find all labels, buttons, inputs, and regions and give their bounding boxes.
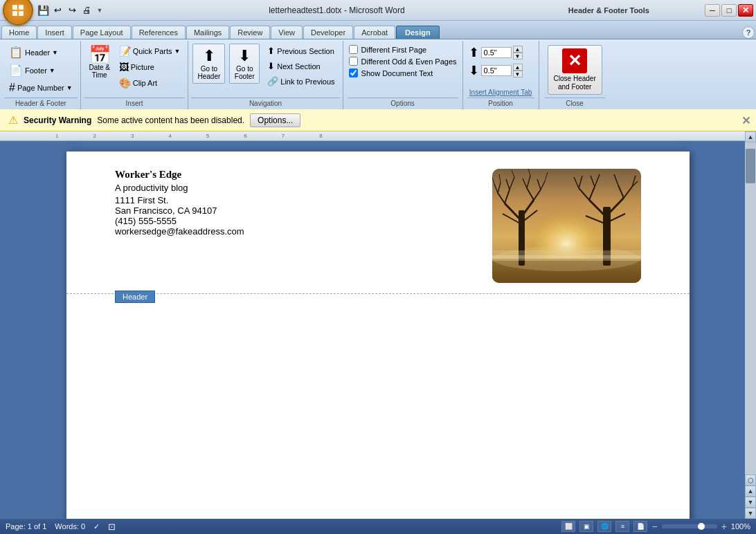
previous-section-button[interactable]: ⬆Previous Section <box>264 44 338 58</box>
options-group-label: Options <box>348 98 458 108</box>
scroll-prev-page-btn[interactable]: ▲ <box>745 486 756 497</box>
options-group: Different First Page Different Odd & Eve… <box>343 41 463 109</box>
select-objects-btn[interactable]: ⬡ <box>745 475 756 486</box>
security-bar-close-btn[interactable]: ✕ <box>741 113 750 127</box>
print-quick-btn[interactable]: 🖨 <box>80 3 93 17</box>
company-email: workersedge@fakeaddress.com <box>115 226 244 237</box>
scroll-thumb[interactable] <box>746 149 755 183</box>
tab-design[interactable]: Design <box>396 26 440 39</box>
zoom-in-btn[interactable]: + <box>721 521 727 532</box>
header-footer-group: 📋 Header ▼ 📄 Footer ▼ # Page Number ▼ <box>1 41 81 109</box>
horizontal-ruler: 12345678 <box>0 131 745 141</box>
help-btn[interactable]: ? <box>742 26 755 39</box>
header-footer-group-label: Header & Footer <box>4 98 78 108</box>
page-number-button[interactable]: # Page Number ▼ <box>6 80 76 96</box>
position-group: ⬆ ▲ ▼ ⬇ <box>463 41 539 109</box>
vertical-scrollbar[interactable]: ▲ ⬡ ▲ ▼ ▼ <box>745 131 756 519</box>
security-warning-title: Security Warning <box>24 116 91 125</box>
header-pos-down[interactable]: ▼ <box>513 53 523 59</box>
proofing-icon[interactable]: ✓ <box>93 522 100 531</box>
footer-pos-down[interactable]: ▼ <box>513 71 523 77</box>
scroll-next-page-btn[interactable]: ▼ <box>745 497 756 508</box>
scroll-up-btn[interactable]: ▲ <box>745 131 756 142</box>
tab-mailings[interactable]: Mailings <box>186 26 229 39</box>
view-print-btn[interactable]: ⬜ <box>561 521 575 532</box>
close-header-footer-button[interactable]: ✕ Close Headerand Footer <box>548 45 602 95</box>
footer-position-input[interactable] <box>481 65 512 76</box>
close-group-label: Close <box>545 98 605 108</box>
clip-art-button[interactable]: 🎨Clip Art <box>116 75 184 91</box>
tab-review[interactable]: Review <box>230 26 270 39</box>
tab-home[interactable]: Home <box>1 26 37 39</box>
footer-button[interactable]: 📄 Footer ▼ <box>6 62 76 79</box>
document-page: Worker's Edge A productivity blog 1111 F… <box>66 151 690 519</box>
close-btn[interactable]: ✕ <box>738 4 753 17</box>
view-outline-btn[interactable]: ≡ <box>615 521 629 532</box>
zoom-out-btn[interactable]: − <box>651 521 657 532</box>
zoom-level[interactable]: 100% <box>731 522 750 531</box>
picture-button[interactable]: 🖼Picture <box>116 59 184 75</box>
link-to-previous-button[interactable]: 🔗Link to Previous <box>264 74 338 89</box>
company-tagline: A productivity blog <box>115 183 244 193</box>
security-warning-icon: ⚠ <box>8 113 18 127</box>
company-phone: (415) 555-5555 <box>115 216 244 226</box>
go-to-header-button[interactable]: ⬆ Go toHeader <box>192 44 225 84</box>
header-button[interactable]: 📋 Header ▼ <box>6 44 76 61</box>
tab-references[interactable]: References <box>132 26 186 39</box>
view-full-screen-btn[interactable]: ▣ <box>579 521 593 532</box>
word-count: Words: 0 <box>55 522 85 531</box>
different-first-page-checkbox[interactable]: Different First Page <box>349 45 457 54</box>
tab-insert[interactable]: Insert <box>37 26 72 39</box>
track-changes-icon[interactable]: ⊡ <box>108 522 116 532</box>
header-position-input[interactable] <box>481 47 512 58</box>
title-text: letterheadtest1.dotx - Microsoft Word <box>105 6 568 15</box>
header-footer-tools-badge: Header & Footer Tools <box>568 6 649 15</box>
quick-parts-button[interactable]: 📝Quick Parts ▼ <box>116 44 184 59</box>
company-name: Worker's Edge <box>115 169 244 181</box>
insert-group-label: Insert <box>84 98 186 108</box>
date-time-button[interactable]: 📅 Date &Time <box>85 44 114 81</box>
tab-developer[interactable]: Developer <box>303 26 353 39</box>
security-warning-message: Some active content has been disabled. <box>97 116 244 125</box>
different-odd-even-checkbox[interactable]: Different Odd & Even Pages <box>349 57 457 66</box>
tab-page-layout[interactable]: Page Layout <box>73 26 131 39</box>
tab-acrobat[interactable]: Acrobat <box>354 26 395 39</box>
document-body[interactable] <box>66 294 690 519</box>
header-label: Header <box>115 291 155 303</box>
header-pos-up[interactable]: ▲ <box>513 46 523 53</box>
insert-group: 📅 Date &Time 📝Quick Parts ▼ 🖼Picture 🎨Cl… <box>81 41 189 109</box>
go-to-footer-button[interactable]: ⬇ Go toFooter <box>229 44 260 84</box>
show-document-text-checkbox[interactable]: Show Document Text <box>349 68 457 77</box>
view-web-btn[interactable]: 🌐 <box>597 521 611 532</box>
status-bar: Page: 1 of 1 Words: 0 ✓ ⊡ ⬜ ▣ 🌐 ≡ 📄 − + … <box>0 519 756 534</box>
redo-quick-btn[interactable]: ↪ <box>65 3 79 17</box>
scroll-track <box>745 142 756 475</box>
zoom-slider-thumb[interactable] <box>698 523 705 530</box>
page-indicator: Page: 1 of 1 <box>6 522 46 531</box>
navigation-group-label: Navigation <box>191 98 339 108</box>
company-address2: San Francisco, CA 94107 <box>115 205 244 216</box>
zoom-slider-track[interactable] <box>662 524 717 528</box>
footer-pos-up[interactable]: ▲ <box>513 64 523 71</box>
save-quick-btn[interactable]: 💾 <box>36 3 50 17</box>
company-info: Worker's Edge A productivity blog 1111 F… <box>115 169 244 237</box>
navigation-group: ⬆ Go toHeader ⬇ Go toFooter ⬆Previous Se… <box>188 41 343 109</box>
insert-alignment-tab-stop[interactable]: Insert Alignment Tab <box>467 87 534 98</box>
close-group: ✕ Close Headerand Footer Close <box>539 41 611 109</box>
minimize-btn[interactable]: ─ <box>705 4 720 17</box>
document-header: Worker's Edge A productivity blog 1111 F… <box>66 151 690 294</box>
security-bar: ⚠ Security Warning Some active content h… <box>0 109 756 131</box>
company-address1: 1111 First St. <box>115 195 244 205</box>
security-options-button[interactable]: Options... <box>250 113 300 127</box>
svg-rect-43 <box>492 255 641 261</box>
header-image <box>492 169 641 283</box>
document-area: ▲ ⬡ ▲ ▼ ▼ 12345678 Worker's Edge A produ… <box>0 131 756 519</box>
view-draft-btn[interactable]: 📄 <box>633 521 647 532</box>
scroll-down-btn[interactable]: ▼ <box>745 508 756 519</box>
next-section-button[interactable]: ⬇Next Section <box>264 59 338 73</box>
maximize-btn[interactable]: □ <box>721 4 737 17</box>
tab-view[interactable]: View <box>271 26 303 39</box>
undo-quick-btn[interactable]: ↩ <box>51 3 64 17</box>
position-group-label: Position <box>467 98 534 108</box>
qa-dropdown[interactable]: ▼ <box>94 3 105 17</box>
